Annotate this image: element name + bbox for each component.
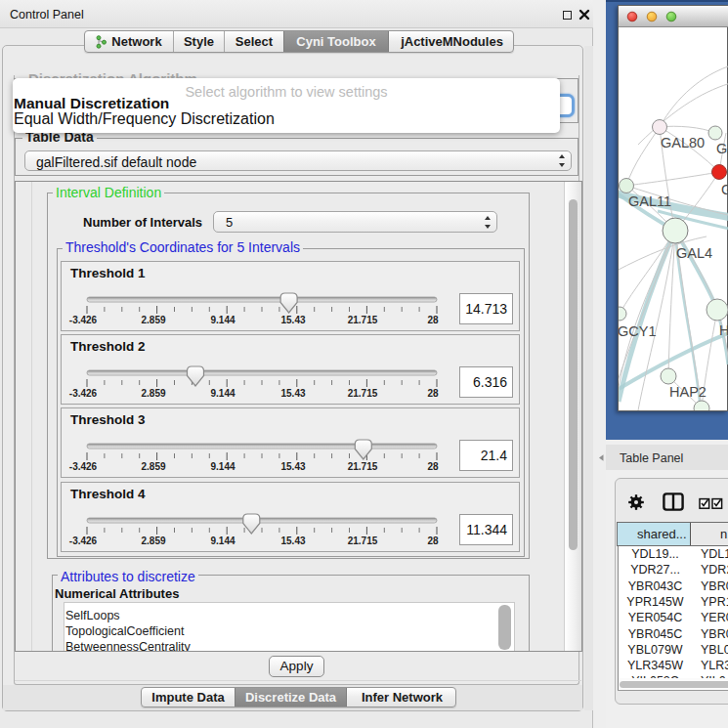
svg-text:GCY1: GCY1	[619, 323, 657, 339]
svg-text:GAL11: GAL11	[628, 193, 671, 209]
svg-text:HAP2: HAP2	[669, 384, 707, 400]
svg-text:GA: GA	[716, 141, 728, 156]
svg-text:GAL4: GAL4	[676, 245, 712, 261]
svg-text:G: G	[721, 182, 728, 197]
svg-text:H: H	[719, 322, 728, 338]
svg-text:GAL80: GAL80	[661, 135, 705, 150]
